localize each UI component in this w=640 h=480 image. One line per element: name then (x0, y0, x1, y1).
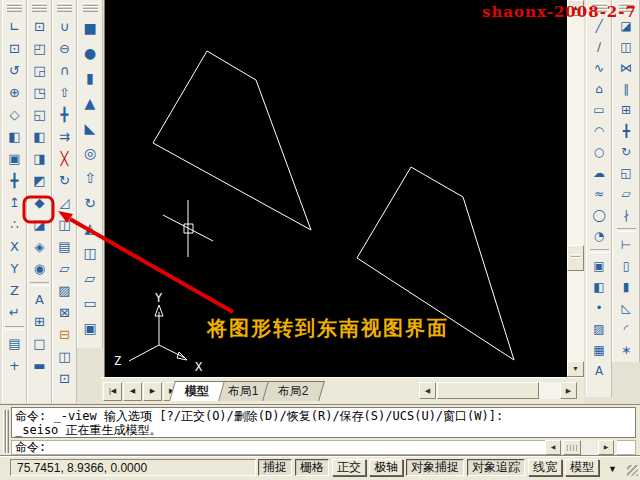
z-rotate-ucs-icon[interactable]: Z (4, 280, 25, 300)
named-views-icon[interactable]: ⊡ (29, 16, 50, 36)
multiline-text-icon[interactable]: A (589, 361, 610, 380)
shell-icon[interactable]: ⊡ (54, 368, 75, 388)
scroll-right-button[interactable]: ▶ (560, 382, 577, 399)
rotate-faces-icon[interactable]: ↻ (54, 170, 75, 190)
extrude-faces-icon[interactable]: ⇧ (54, 82, 75, 102)
y-rotate-ucs-icon[interactable]: Y (4, 258, 25, 278)
polygon-icon[interactable]: ⌂ (589, 79, 610, 98)
array-icon[interactable]: ⊞ (616, 100, 637, 119)
rectangle-icon[interactable]: ▭ (589, 100, 610, 119)
circle-icon[interactable]: ○ (589, 142, 610, 161)
previous-ucs-icon[interactable]: ↺ (4, 60, 25, 80)
union-icon[interactable]: ∪ (54, 16, 75, 36)
polyline-icon[interactable]: ∿ (589, 58, 610, 77)
chamfer-icon[interactable]: ◺ (616, 298, 637, 317)
offset-faces-icon[interactable]: ⇉ (54, 126, 75, 146)
mirror-icon[interactable]: ⋈ (616, 58, 637, 77)
rotate-icon[interactable]: ↻ (616, 142, 637, 161)
solid-cylinder-icon[interactable]: ▮ (80, 66, 101, 89)
world-ucs-icon[interactable]: ⊕ (4, 82, 25, 102)
toolbar-grip[interactable] (7, 3, 22, 12)
x-rotate-ucs-icon[interactable]: X (4, 236, 25, 256)
status-toggle-正交[interactable]: 正交 (332, 459, 366, 476)
ne-isometric-view-icon[interactable]: ◪ (29, 214, 50, 234)
tab-nav-next-button[interactable]: ▶ (143, 382, 162, 401)
slice-icon[interactable]: ◭ (80, 216, 101, 239)
construction-line-icon[interactable]: ∕ (589, 37, 610, 56)
ellipse-icon[interactable]: ◯ (589, 205, 610, 224)
back-view-icon[interactable]: ◨ (29, 148, 50, 168)
point-icon[interactable]: • (589, 298, 610, 317)
command-scroll-thumb[interactable] (563, 440, 581, 455)
solid-sphere-icon[interactable]: ● (80, 41, 101, 64)
z-axis-vector-ucs-icon[interactable]: ↥ (4, 192, 25, 212)
horizontal-scroll-thumb[interactable] (437, 382, 539, 399)
break-at-point-icon[interactable]: ▯ (616, 256, 637, 275)
fillet-icon[interactable]: ◜ (616, 319, 637, 338)
solid-torus-icon[interactable]: ◎ (80, 141, 101, 164)
ucs-dialog-icon[interactable]: ▤ (4, 333, 25, 353)
top-view-icon[interactable]: ◰ (29, 38, 50, 58)
offset-icon[interactable]: ∥ (616, 79, 637, 98)
toolbar-grip[interactable] (57, 3, 72, 12)
vertical-scrollbar[interactable]: ▲ ▼ (567, 0, 584, 377)
spline-icon[interactable]: ≈ (589, 184, 610, 203)
status-toggle-极轴[interactable]: 极轴 (369, 459, 403, 476)
tab-布局2[interactable]: 布局2 (262, 381, 324, 401)
se-isometric-view-icon[interactable]: ◆ (29, 192, 50, 212)
delete-faces-icon[interactable]: ╳ (54, 148, 75, 168)
command-scrollbar[interactable]: ◀ ▶ (545, 440, 617, 455)
subtract-icon[interactable]: ⊖ (54, 38, 75, 58)
command-scroll-right-button[interactable]: ▶ (598, 440, 614, 455)
status-toggle-对象捕捉[interactable]: 对象捕捉 (406, 459, 464, 476)
hatch-icon[interactable]: ▨ (589, 319, 610, 338)
move-ucs-origin-icon[interactable]: + (4, 355, 25, 375)
sw-isometric-view-icon[interactable]: ◩ (29, 170, 50, 190)
3d-surfaces-icon[interactable]: ⊞ (29, 311, 50, 331)
move-icon[interactable]: ╋ (616, 121, 637, 140)
command-window-grip[interactable] (3, 410, 9, 453)
ucs-icon[interactable]: ∟ (4, 16, 25, 36)
object-ucs-icon[interactable]: ◇ (4, 104, 25, 124)
solid-wedge-icon[interactable]: ◣ (80, 116, 101, 139)
move-faces-icon[interactable]: ╋ (54, 104, 75, 124)
right-view-icon[interactable]: ◱ (29, 104, 50, 124)
color-edges-icon[interactable]: ▨ (54, 280, 75, 300)
copy-object-icon[interactable]: ◫ (616, 37, 637, 56)
extrude-icon[interactable]: ⇧ (80, 166, 101, 189)
tab-模型[interactable]: 模型 (169, 381, 225, 401)
wireframe-box-icon[interactable]: □ (29, 333, 50, 353)
taper-faces-icon[interactable]: ◿ (54, 192, 75, 212)
camera-icon[interactable]: ◉ (29, 258, 50, 278)
toolbar-grip[interactable] (83, 3, 98, 12)
bottom-view-icon[interactable]: ◲ (29, 60, 50, 80)
view-ucs-icon[interactable]: ▣ (4, 148, 25, 168)
make-block-icon[interactable]: ◧ (589, 277, 610, 296)
scroll-down-button[interactable]: ▼ (567, 361, 584, 377)
insert-block-icon[interactable]: ▣ (589, 256, 610, 275)
copy-edges-icon[interactable]: ▱ (54, 258, 75, 278)
trim-icon[interactable]: ∤ (616, 205, 637, 224)
nw-isometric-view-icon[interactable]: ◈ (29, 236, 50, 256)
surface-slab-icon[interactable]: ▬ (29, 355, 50, 375)
scale-icon[interactable]: ◱ (616, 163, 637, 182)
command-scroll-left-button[interactable]: ◀ (545, 440, 561, 455)
status-toggle-模型[interactable]: 模型 (565, 459, 599, 476)
apply-ucs-icon[interactable]: ↵ (4, 302, 25, 322)
imprint-icon[interactable]: ⊠ (54, 302, 75, 322)
front-view-icon[interactable]: ◧ (29, 126, 50, 146)
setup-view-icon[interactable]: ▣ (80, 316, 101, 339)
tab-nav-prev-button[interactable]: ◀ (123, 382, 142, 401)
ellipse-arc-icon[interactable]: ◔ (589, 226, 610, 245)
tab-nav-first-button[interactable]: |◀ (103, 382, 122, 401)
command-input[interactable]: 命令: (11, 440, 636, 455)
intersect-icon[interactable]: ∩ (54, 60, 75, 80)
solid-cone-icon[interactable]: ▲ (80, 91, 101, 114)
statusbar-menu-arrow-icon[interactable]: ▼ (608, 464, 617, 474)
solid-box-icon[interactable]: ■ (80, 16, 101, 39)
scroll-left-button[interactable]: ◀ (419, 382, 436, 399)
origin-ucs-icon[interactable]: ╋ (4, 170, 25, 190)
revision-cloud-icon[interactable]: ☁ (589, 163, 610, 182)
setup-profile-icon[interactable]: ▱ (80, 266, 101, 289)
status-toggle-对象追踪[interactable]: 对象追踪 (467, 459, 525, 476)
